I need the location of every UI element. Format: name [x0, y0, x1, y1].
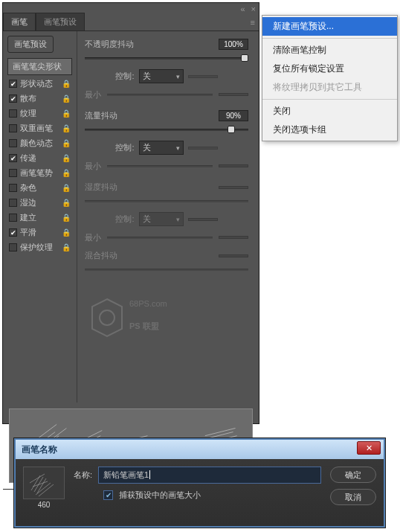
lock-icon[interactable]: 🔒: [62, 169, 71, 177]
checkbox-icon[interactable]: [9, 214, 17, 222]
mix-label: 混合抖动: [85, 250, 117, 261]
dialog-buttons: 确定 取消: [330, 467, 376, 505]
svg-text:68PS.com: 68PS.com: [129, 299, 167, 308]
min-slider: [107, 161, 213, 171]
lock-icon[interactable]: 🔒: [62, 228, 71, 237]
watermark: 68PS.comPS 联盟: [85, 292, 233, 345]
checkbox-icon[interactable]: [9, 124, 17, 132]
sidebar-item-transfer[interactable]: 传递🔒: [7, 152, 72, 164]
lock-icon[interactable]: 🔒: [62, 109, 71, 118]
lock-icon[interactable]: 🔒: [62, 243, 71, 251]
menu-copy-texture: 将纹理拷贝到其它工具: [262, 78, 397, 97]
opacity-jitter-label: 不透明度抖动: [85, 39, 134, 50]
thumbnail-caption: 460: [23, 501, 65, 509]
flow-control-select[interactable]: 关: [139, 141, 184, 155]
flow-jitter-label: 流量抖动: [85, 110, 117, 121]
dialog-fields: 名称: 新铅笔画笔1 ✔ 捕获预设中的画笔大小: [74, 467, 321, 507]
lock-icon[interactable]: 🔒: [62, 214, 71, 222]
menu-close[interactable]: 关闭: [262, 102, 397, 121]
lock-icon[interactable]: 🔒: [62, 94, 71, 103]
cancel-button[interactable]: 取消: [330, 489, 376, 505]
sidebar-item-shape[interactable]: 形状动态🔒: [7, 77, 72, 90]
sidebar-head[interactable]: 画笔笔尖形状: [7, 58, 72, 75]
capture-size-label: 捕获预设中的画笔大小: [119, 490, 201, 501]
panel-tabs: 画笔 画笔预设 ≡: [3, 15, 259, 31]
menu-close-group[interactable]: 关闭选项卡组: [262, 121, 397, 139]
sidebar-item-smooth[interactable]: 平滑🔒: [7, 226, 72, 239]
svg-marker-2: [92, 299, 122, 336]
collapse-icon[interactable]: «: [240, 4, 245, 13]
sidebar-item-dual[interactable]: 双重画笔🔒: [7, 122, 72, 135]
brush-sidebar: 画笔预设 画笔笔尖形状 形状动态🔒 散布🔒 纹理🔒 双重画笔🔒 颜色动态🔒 传递…: [3, 31, 77, 403]
close-panel-icon[interactable]: ×: [251, 4, 256, 13]
ok-button[interactable]: 确定: [330, 467, 376, 483]
dialog-title: 画笔名称: [22, 443, 57, 456]
min-slider: [107, 89, 213, 100]
menu-reset-locked[interactable]: 复位所有锁定设置: [262, 60, 397, 78]
sidebar-item-texture[interactable]: 纹理🔒: [7, 107, 72, 120]
brush-settings: 不透明度抖动100% 控制:关 最小 流量抖动90% 控制:关 最小 湿度抖动 …: [77, 31, 259, 403]
lock-icon[interactable]: 🔒: [62, 80, 71, 88]
opacity-control-select[interactable]: 关: [139, 69, 184, 83]
tab-brush-presets[interactable]: 画笔预设: [36, 13, 85, 31]
checkbox-icon[interactable]: [9, 243, 17, 251]
lock-icon[interactable]: 🔒: [62, 199, 71, 207]
checkbox-icon[interactable]: [9, 139, 17, 147]
sidebar-item-wet[interactable]: 湿边🔒: [7, 196, 72, 209]
dialog-thumbnail: 460: [23, 467, 65, 509]
dialog-titlebar[interactable]: 画笔名称 ✕: [16, 440, 384, 459]
sidebar-item-color[interactable]: 颜色动态🔒: [7, 137, 72, 150]
checkbox-icon[interactable]: [9, 199, 17, 207]
wetness-control-select: 关: [139, 212, 184, 226]
svg-text:PS 联盟: PS 联盟: [129, 321, 159, 330]
wetness-label: 湿度抖动: [85, 182, 117, 193]
lock-icon[interactable]: 🔒: [62, 184, 71, 192]
lock-icon[interactable]: 🔒: [62, 139, 71, 147]
flow-slider[interactable]: [85, 124, 248, 135]
sidebar-item-noise[interactable]: 杂色🔒: [7, 182, 72, 194]
capture-size-checkbox[interactable]: ✔: [103, 490, 113, 500]
panel-menu-icon[interactable]: ≡: [251, 18, 256, 27]
brush-panel: « × 画笔 画笔预设 ≡ 画笔预设 画笔笔尖形状 形状动态🔒 散布🔒 纹理🔒 …: [2, 2, 259, 424]
opacity-jitter-value[interactable]: 100%: [219, 39, 248, 50]
checkbox-icon[interactable]: [9, 94, 17, 103]
sidebar-item-protect[interactable]: 保护纹理🔒: [7, 241, 72, 254]
menu-clear-controls[interactable]: 清除画笔控制: [262, 41, 397, 60]
lock-icon[interactable]: 🔒: [62, 154, 71, 162]
panel-flyout-menu: 新建画笔预设... 清除画笔控制 复位所有锁定设置 将纹理拷贝到其它工具 关闭 …: [262, 15, 398, 141]
mix-slider: [85, 264, 248, 275]
svg-point-3: [100, 310, 114, 325]
checkbox-icon[interactable]: [9, 154, 17, 162]
opacity-slider[interactable]: [85, 53, 248, 63]
checkbox-icon[interactable]: [9, 228, 17, 237]
wetness-slider: [85, 196, 248, 206]
tab-brush[interactable]: 画笔: [3, 13, 36, 31]
brush-name-input[interactable]: 新铅笔画笔1: [98, 467, 321, 484]
menu-new-preset[interactable]: 新建画笔预设...: [262, 17, 397, 36]
sidebar-item-build[interactable]: 建立🔒: [7, 211, 72, 224]
dialog-close-button[interactable]: ✕: [357, 441, 381, 455]
checkbox-icon[interactable]: [9, 109, 17, 118]
brush-name-dialog: 画笔名称 ✕ 460 名称: 新铅笔画笔1 ✔ 捕获预设中的画笔大小 确定 取消: [14, 438, 385, 528]
sidebar-item-pose[interactable]: 画笔笔势🔒: [7, 167, 72, 179]
name-label: 名称:: [74, 469, 92, 481]
dialog-body: 460 名称: 新铅笔画笔1 ✔ 捕获预设中的画笔大小 确定 取消: [16, 459, 384, 516]
checkbox-icon[interactable]: [9, 80, 17, 88]
checkbox-icon[interactable]: [9, 169, 17, 177]
lock-icon[interactable]: 🔒: [62, 124, 71, 132]
flow-jitter-value[interactable]: 90%: [219, 110, 248, 121]
checkbox-icon[interactable]: [9, 184, 17, 192]
panel-body: 画笔预设 画笔笔尖形状 形状动态🔒 散布🔒 纹理🔒 双重画笔🔒 颜色动态🔒 传递…: [3, 31, 259, 403]
brush-presets-button[interactable]: 画笔预设: [7, 36, 54, 53]
sidebar-item-scatter[interactable]: 散布🔒: [7, 92, 72, 105]
